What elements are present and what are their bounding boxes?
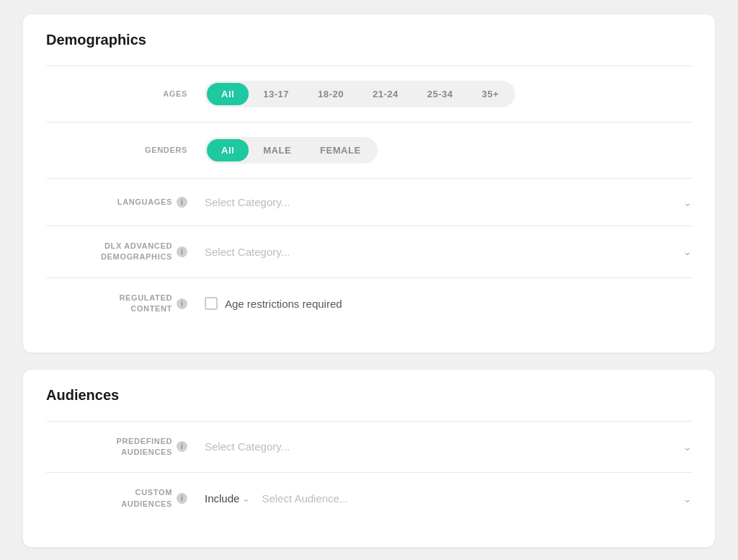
dlx-dropdown[interactable]: Select Category... ⌄ [205,243,692,261]
audiences-title: Audiences [46,387,692,404]
ages-toggle-group: All 13-17 18-20 21-24 25-34 35+ [205,81,515,107]
languages-info-icon[interactable]: i [177,197,187,208]
languages-label-col: LANGUAGES i [46,197,205,208]
age-btn-all[interactable]: All [207,83,249,105]
regulated-checkbox-label: Age restrictions required [225,298,342,310]
genders-row: GENDERS All MALE FEMALE [46,123,692,179]
predefined-info-icon[interactable]: i [177,441,187,452]
regulated-checkbox[interactable] [205,297,218,310]
age-btn-13-17[interactable]: 13-17 [249,83,303,105]
include-chevron-icon: ⌄ [242,493,250,504]
dlx-row: DLX ADVANCED DEMOGRAPHICS i Select Categ… [46,226,692,278]
dlx-control: Select Category... ⌄ [205,243,692,261]
custom-label-col: CUSTOM AUDIENCES i [46,487,205,510]
predefined-placeholder: Select Category... [205,440,290,453]
age-btn-25-34[interactable]: 25-34 [413,83,468,105]
age-btn-21-24[interactable]: 21-24 [358,83,413,105]
regulated-checkbox-row: Age restrictions required [205,297,692,310]
audiences-card: Audiences PREDEFINED AUDIENCES i Select … [23,370,715,548]
custom-chevron-icon: ⌄ [683,493,692,505]
demographics-title: Demographics [46,32,692,48]
custom-audiences-row: CUSTOM AUDIENCES i Include ⌄ Select Audi… [46,473,692,524]
predefined-dropdown[interactable]: Select Category... ⌄ [205,437,692,455]
genders-control: All MALE FEMALE [205,137,692,164]
ages-row: AGES All 13-17 18-20 21-24 25-34 35+ [46,66,692,123]
genders-label: GENDERS [145,145,187,156]
dlx-label: DLX ADVANCED DEMOGRAPHICS [101,241,172,263]
languages-control: Select Category... ⌄ [205,193,692,211]
dlx-placeholder: Select Category... [205,246,290,258]
ages-label-col: AGES [46,89,205,99]
page-container: Demographics AGES All 13-17 18-20 21-24 … [23,14,715,547]
predefined-control: Select Category... ⌄ [205,437,692,455]
custom-audience-dropdown-row: Include ⌄ Select Audience... ⌄ [205,492,692,505]
languages-chevron-icon: ⌄ [683,197,692,208]
include-select[interactable]: Include ⌄ [205,492,250,505]
age-btn-18-20[interactable]: 18-20 [303,83,358,105]
languages-label: LANGUAGES [117,197,172,208]
ages-label: AGES [163,89,187,99]
ages-control: All 13-17 18-20 21-24 25-34 35+ [205,81,692,107]
select-audience-placeholder: Select Audience... [262,492,683,505]
age-btn-35plus[interactable]: 35+ [468,83,514,105]
dlx-chevron-icon: ⌄ [683,246,692,257]
languages-row: LANGUAGES i Select Category... ⌄ [46,179,692,226]
predefined-chevron-icon: ⌄ [683,441,692,453]
languages-placeholder: Select Category... [205,196,290,208]
demographics-card: Demographics AGES All 13-17 18-20 21-24 … [23,14,715,352]
languages-dropdown[interactable]: Select Category... ⌄ [205,193,692,211]
regulated-info-icon[interactable]: i [177,298,187,309]
gender-btn-female[interactable]: FEMALE [306,139,375,161]
gender-btn-male[interactable]: MALE [249,139,306,161]
regulated-row: REGULATED CONTENT i Age restrictions req… [46,278,692,329]
genders-toggle-group: All MALE FEMALE [205,137,378,164]
dlx-label-col: DLX ADVANCED DEMOGRAPHICS i [46,241,205,263]
regulated-label: REGULATED CONTENT [119,293,172,315]
regulated-control: Age restrictions required [205,297,692,310]
predefined-label-col: PREDEFINED AUDIENCES i [46,436,205,458]
custom-info-icon[interactable]: i [177,493,187,504]
predefined-label: PREDEFINED AUDIENCES [117,436,173,458]
custom-label: CUSTOM AUDIENCES [121,487,172,510]
predefined-row: PREDEFINED AUDIENCES i Select Category..… [46,422,692,474]
regulated-label-col: REGULATED CONTENT i [46,293,205,315]
include-label: Include [205,492,239,505]
genders-label-col: GENDERS [46,145,205,156]
gender-btn-all[interactable]: All [207,139,249,161]
custom-control: Include ⌄ Select Audience... ⌄ [205,492,692,505]
dlx-info-icon[interactable]: i [177,246,187,257]
